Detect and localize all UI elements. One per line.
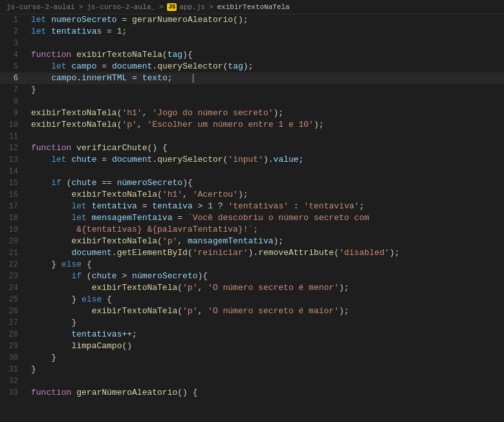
line-number-26: 26 <box>0 305 25 317</box>
line-content-13: let chute = document.querySelector('inpu… <box>25 154 504 166</box>
line-number-15: 15 <box>0 177 25 189</box>
line-content-10: exibirTextoNaTela('p', 'Escolher um núme… <box>25 119 504 131</box>
line-number-1: 1 <box>0 14 25 26</box>
line-content-20: exibirTextoNaTela('p', mansagemTentativa… <box>25 236 504 247</box>
line-number-18: 18 <box>0 212 25 224</box>
line-number-5: 5 <box>0 61 25 72</box>
line-content-15: if (chute == númeroSecreto){ <box>25 177 504 189</box>
line-number-10: 10 <box>0 119 25 131</box>
code-line-6: 6 campo.innerHTML = texto; <box>0 72 504 84</box>
line-content-26: exibirTextoNaTela('p', 'O número secreto… <box>25 305 504 317</box>
line-number-4: 4 <box>0 49 25 61</box>
line-number-13: 13 <box>0 154 25 166</box>
line-number-19: 19 <box>0 224 25 236</box>
line-content-32 <box>25 375 504 387</box>
code-line-5: 5 let campo = document.querySelector(tag… <box>0 61 504 72</box>
line-number-2: 2 <box>0 26 25 38</box>
code-line-17: 17 let tentativa = tentaiva > 1 ? 'tenta… <box>0 201 504 212</box>
code-line-2: 2let tentativas = 1; <box>0 26 504 38</box>
js-file-icon: JS <box>167 3 177 11</box>
line-number-32: 32 <box>0 375 25 387</box>
line-number-16: 16 <box>0 189 25 201</box>
code-line-32: 32 <box>0 375 504 387</box>
line-content-14 <box>25 166 504 177</box>
line-number-33: 33 <box>0 387 25 399</box>
code-line-27: 27 } <box>0 317 504 329</box>
code-editor: 1let numeroSecreto = gerarNumeroAleatori… <box>0 14 504 422</box>
line-content-6: campo.innerHTML = texto; <box>25 72 504 84</box>
code-line-1: 1let numeroSecreto = gerarNumeroAleatori… <box>0 14 504 26</box>
code-line-25: 25 } else { <box>0 294 504 305</box>
line-content-19: &{tentativas} &{palavraTentativa}!`; <box>25 224 504 236</box>
line-number-17: 17 <box>0 201 25 212</box>
line-content-28: tentativas++; <box>25 329 504 340</box>
code-line-24: 24 exibirTextoNaTela('p', 'O número secr… <box>0 282 504 294</box>
code-line-4: 4function exibirTextoNaTela(tag){ <box>0 49 504 61</box>
line-content-17: let tentativa = tentaiva > 1 ? 'tentativ… <box>25 201 504 212</box>
line-number-8: 8 <box>0 96 25 107</box>
line-number-25: 25 <box>0 294 25 305</box>
code-line-20: 20 exibirTextoNaTela('p', mansagemTentat… <box>0 236 504 247</box>
line-content-27: } <box>25 317 504 329</box>
line-content-23: if (chute > númeroSecreto){ <box>25 271 504 282</box>
breadcrumb-sep-1: > <box>79 3 83 11</box>
line-number-7: 7 <box>0 84 25 96</box>
line-number-28: 28 <box>0 329 25 340</box>
line-content-2: let tentativas = 1; <box>25 26 504 38</box>
breadcrumb-part-4: exibirTextoNaTela <box>217 3 290 11</box>
line-content-25: } else { <box>25 294 504 305</box>
code-line-16: 16 exibirTextoNaTela('h1', 'Acertou'); <box>0 189 504 201</box>
breadcrumb-sep-2: > <box>159 3 164 11</box>
line-number-20: 20 <box>0 236 25 247</box>
code-line-29: 29 limpaCampo() <box>0 340 504 352</box>
line-content-12: function verificarChute() { <box>25 142 504 154</box>
code-line-8: 8 <box>0 96 504 107</box>
line-content-5: let campo = document.querySelector(tag); <box>25 61 504 72</box>
code-line-10: 10exibirTextoNaTela('p', 'Escolher um nú… <box>0 119 504 131</box>
line-content-7: } <box>25 84 504 96</box>
code-line-14: 14 <box>0 166 504 177</box>
line-number-9: 9 <box>0 107 25 119</box>
line-number-29: 29 <box>0 340 25 352</box>
line-content-4: function exibirTextoNaTela(tag){ <box>25 49 504 61</box>
line-content-29: limpaCampo() <box>25 340 504 352</box>
line-number-24: 24 <box>0 282 25 294</box>
line-content-11 <box>25 131 504 142</box>
line-number-22: 22 <box>0 259 25 271</box>
code-line-9: 9exibirTextoNaTela('h1', 'Jogo do número… <box>0 107 504 119</box>
code-line-23: 23 if (chute > númeroSecreto){ <box>0 271 504 282</box>
code-line-11: 11 <box>0 131 504 142</box>
line-number-30: 30 <box>0 352 25 364</box>
line-number-27: 27 <box>0 317 25 329</box>
code-line-7: 7} <box>0 84 504 96</box>
line-number-23: 23 <box>0 271 25 282</box>
code-line-33: 33function gerarNúmeroAleatorio() { <box>0 387 504 399</box>
code-line-19: 19 &{tentativas} &{palavraTentativa}!`; <box>0 224 504 236</box>
line-content-16: exibirTextoNaTela('h1', 'Acertou'); <box>25 189 504 201</box>
breadcrumb-part-3: app.js <box>179 3 205 11</box>
line-number-3: 3 <box>0 38 25 49</box>
code-line-28: 28 tentativas++; <box>0 329 504 340</box>
line-content-8 <box>25 96 504 107</box>
line-number-14: 14 <box>0 166 25 177</box>
code-line-15: 15 if (chute == númeroSecreto){ <box>0 177 504 189</box>
line-number-31: 31 <box>0 364 25 375</box>
line-number-12: 12 <box>0 142 25 154</box>
code-line-30: 30 } <box>0 352 504 364</box>
breadcrumb-part-1: js-curso-2-aula1 <box>6 3 75 11</box>
line-content-18: let mensagemTentaiva = `Você descobriu o… <box>25 212 504 224</box>
code-line-12: 12function verificarChute() { <box>0 142 504 154</box>
line-content-1: let numeroSecreto = gerarNumeroAleatorio… <box>25 14 504 26</box>
breadcrumb-sep-3: > <box>209 3 214 11</box>
breadcrumb-part-2: js-curso-2-aula_ <box>87 3 155 11</box>
line-number-11: 11 <box>0 131 25 142</box>
line-content-30: } <box>25 352 504 364</box>
breadcrumb: js-curso-2-aula1 > js-curso-2-aula_ > JS… <box>0 0 504 14</box>
line-number-21: 21 <box>0 247 25 259</box>
line-content-9: exibirTextoNaTela('h1', 'Jogo do número … <box>25 107 504 119</box>
code-line-26: 26 exibirTextoNaTela('p', 'O número secr… <box>0 305 504 317</box>
line-number-6: 6 <box>0 72 25 84</box>
line-content-22: } else { <box>25 259 504 271</box>
code-line-18: 18 let mensagemTentaiva = `Você descobri… <box>0 212 504 224</box>
code-line-3: 3 <box>0 38 504 49</box>
